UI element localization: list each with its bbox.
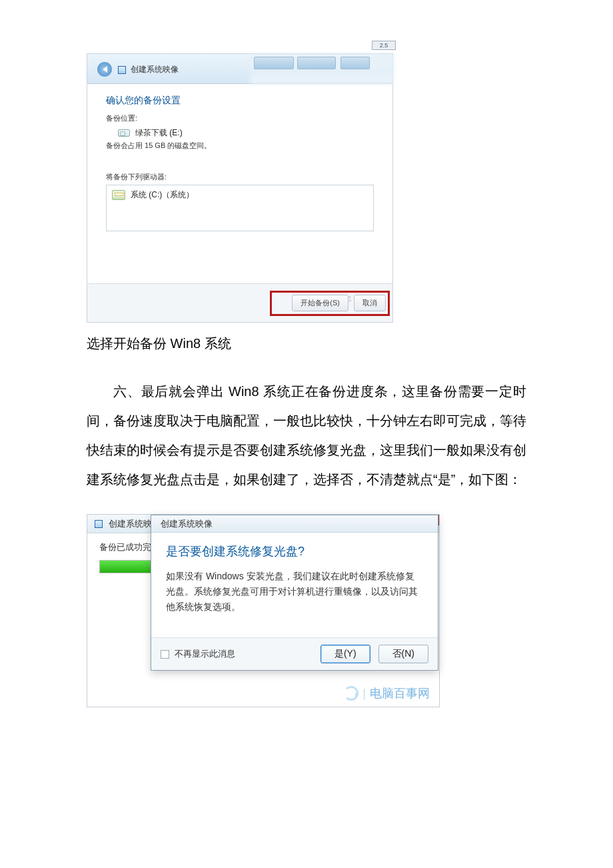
- dialog-body: 是否要创建系统修复光盘? 如果没有 Windows 安装光盘，我们建议在此时创建…: [151, 533, 438, 637]
- window-body: 确认您的备份设置 备份位置: 绿茶下载 (E:) 备份会占用 15 GB 的磁盘…: [87, 84, 392, 237]
- window-title: 创建系统映像: [117, 64, 179, 75]
- watermark-text: 电脑百事网: [370, 685, 430, 701]
- disk-icon: [118, 129, 130, 137]
- dialog-question: 是否要创建系统修复光盘?: [166, 543, 423, 559]
- window-titlebar: 创建系统映像: [87, 54, 392, 84]
- dont-show-checkbox[interactable]: [161, 650, 169, 659]
- drives-to-backup-label: 将备份下列驱动器:: [106, 172, 374, 182]
- dialog-footer: 不再显示此消息 是(Y) 否(N): [151, 637, 438, 670]
- taskbar-button: [340, 57, 370, 69]
- system-drive-label: 系统 (C:)（系统）: [131, 189, 194, 201]
- titlebar-lower-blur: [251, 73, 394, 84]
- section-heading: 确认您的备份设置: [106, 95, 374, 107]
- system-image-icon: [117, 65, 127, 75]
- drives-list: 系统 (C:)（系统）: [106, 185, 374, 231]
- article-paragraph: 六、最后就会弹出 Win8 系统正在备份进度条，这里备份需要一定时间，备份速度取…: [87, 377, 526, 494]
- red-highlight-box: [270, 291, 390, 316]
- confirm-backup-window: 2.5 创建系统映像 确认您的备份设置 备份位置: 绿茶下载 (E:) 备份会占…: [87, 53, 393, 323]
- watermark: | 电脑百事网: [344, 685, 430, 701]
- figure-caption: 选择开始备份 Win8 系统: [87, 335, 526, 353]
- window-tag: 2.5: [372, 41, 396, 50]
- yes-button[interactable]: 是(Y): [320, 645, 370, 663]
- repair-disc-dialog: 创建系统映像 是否要创建系统修复光盘? 如果没有 Windows 安装光盘，我们…: [151, 515, 438, 671]
- backup-drive-name: 绿茶下载 (E:): [135, 127, 183, 139]
- taskbar-button: [297, 57, 336, 69]
- backup-drive: 绿茶下载 (E:): [118, 127, 374, 139]
- window-footer: PC841 开始备份(S) 取消: [87, 283, 392, 322]
- backup-location-label: 备份位置:: [106, 113, 374, 123]
- taskbar-button: [254, 57, 294, 69]
- window-body: 备份已成功完 创建系统映像 是否要创建系统修复光盘? 如果没有 Windows …: [87, 533, 439, 707]
- no-button[interactable]: 否(N): [378, 645, 428, 663]
- dialog-title: 创建系统映像: [151, 515, 438, 533]
- logo-swirl-icon: [344, 686, 358, 701]
- space-note: 备份会占用 15 GB 的磁盘空间。: [106, 141, 374, 151]
- system-image-icon: [94, 519, 103, 529]
- window-title-text: 创建系统映像: [131, 64, 179, 75]
- list-item: 系统 (C:)（系统）: [112, 189, 368, 201]
- system-drive-icon: [112, 190, 125, 200]
- back-arrow-icon[interactable]: [97, 62, 112, 77]
- dont-show-label: 不再显示此消息: [175, 648, 235, 660]
- dialog-text: 如果没有 Windows 安装光盘，我们建议在此时创建系统修复光盘。系统修复光盘…: [166, 569, 423, 615]
- backup-progress-window: 创建系统映像 — □ × 备份已成功完 创建系统映像 是否要创建系统修复光盘? …: [87, 514, 440, 707]
